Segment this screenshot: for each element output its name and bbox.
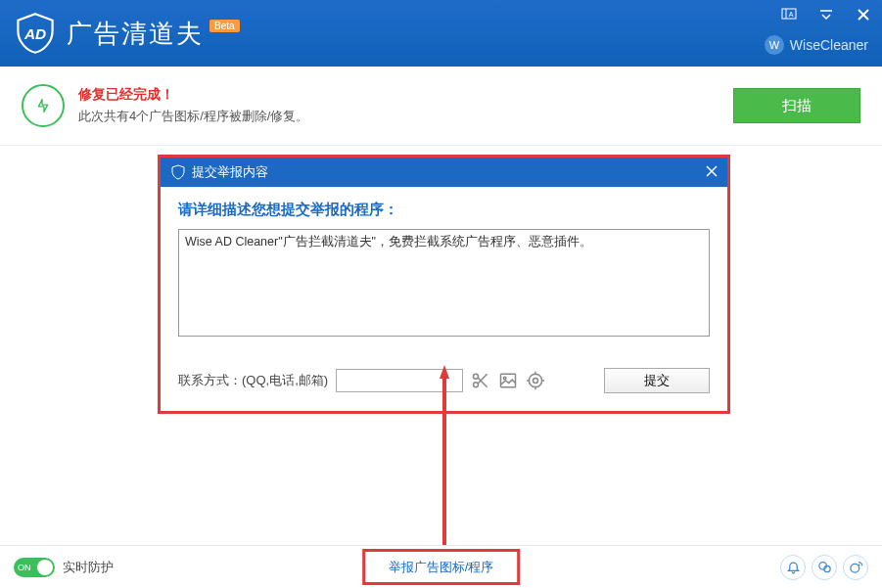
contact-label: 联系方式：(QQ,电话,邮箱) <box>178 372 328 389</box>
dialog-shield-icon <box>170 164 186 180</box>
menu-icon[interactable] <box>817 6 835 23</box>
report-link[interactable]: 举报广告图标/程序 <box>389 560 494 574</box>
image-icon[interactable] <box>498 371 518 390</box>
annotation-arrow <box>439 365 450 546</box>
target-icon[interactable] <box>526 371 545 390</box>
svg-point-16 <box>534 379 538 384</box>
report-link-box: 举报广告图标/程序 <box>362 549 521 585</box>
status-subtitle: 此次共有4个广告图标/程序被删除/修复。 <box>78 108 308 125</box>
status-bar: 修复已经完成！ 此次共有4个广告图标/程序被删除/修复。 扫描 <box>0 67 882 146</box>
wechat-icon[interactable] <box>812 555 837 580</box>
dialog-heading: 请详细描述您想提交举报的程序： <box>178 201 710 219</box>
realtime-toggle[interactable]: ON <box>14 558 55 577</box>
svg-point-23 <box>850 564 859 572</box>
header: AD 广告清道夫 Beta A W WiseCleaner <box>0 0 882 67</box>
scissors-icon[interactable] <box>471 371 490 390</box>
scan-button[interactable]: 扫描 <box>733 88 860 123</box>
toggle-knob <box>37 560 53 575</box>
report-textarea[interactable] <box>178 229 710 337</box>
realtime-label: 实时防护 <box>63 559 114 576</box>
status-title: 修复已经完成！ <box>78 86 308 104</box>
dialog-title: 提交举报内容 <box>192 163 268 181</box>
submit-button[interactable]: 提交 <box>604 368 710 393</box>
svg-text:AD: AD <box>23 25 46 42</box>
beta-badge: Beta <box>209 20 240 32</box>
dialog-close-icon[interactable] <box>706 163 718 181</box>
brand[interactable]: W WiseCleaner <box>765 35 868 55</box>
dialog-titlebar: 提交举报内容 <box>161 158 727 187</box>
weibo-icon[interactable] <box>843 555 868 580</box>
svg-text:A: A <box>789 11 794 18</box>
window-controls: A <box>780 6 872 23</box>
brand-avatar: W <box>765 35 784 55</box>
language-icon[interactable]: A <box>780 6 798 23</box>
svg-point-14 <box>504 377 507 380</box>
bottom-bar: ON 实时防护 举报广告图标/程序 <box>0 545 882 588</box>
brand-name: WiseCleaner <box>790 37 868 53</box>
social-icons <box>780 555 868 580</box>
status-icon <box>22 84 65 127</box>
app-logo-icon: AD <box>14 12 57 55</box>
status-text: 修复已经完成！ 此次共有4个广告图标/程序被删除/修复。 <box>78 86 308 125</box>
bell-icon[interactable] <box>780 555 806 580</box>
svg-point-15 <box>529 374 541 386</box>
app-title: 广告清道夫 <box>67 17 204 51</box>
close-icon[interactable] <box>855 6 872 23</box>
app-window: AD 广告清道夫 Beta A W WiseCleaner 修复已经完成！ 此次… <box>0 0 882 588</box>
toggle-on-text: ON <box>18 563 31 572</box>
